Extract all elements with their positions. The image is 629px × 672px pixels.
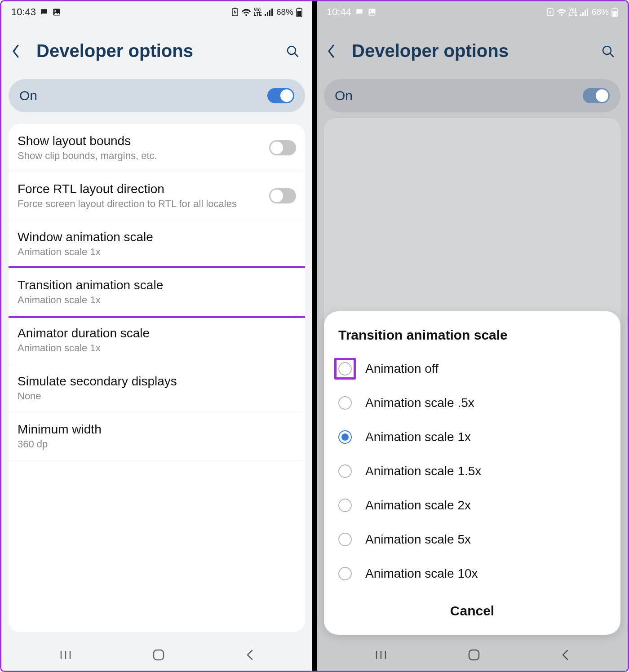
master-toggle-row[interactable]: On bbox=[9, 79, 305, 112]
radio-option-animation-1x[interactable]: Animation scale 1x bbox=[332, 420, 612, 454]
setting-sub: 360 dp bbox=[18, 438, 296, 450]
nav-recents[interactable] bbox=[375, 650, 387, 660]
image-icon bbox=[368, 8, 377, 17]
svg-rect-8 bbox=[271, 9, 273, 16]
dialog-cancel-button[interactable]: Cancel bbox=[332, 591, 612, 628]
setting-force-rtl[interactable]: Force RTL layout direction Force screen … bbox=[9, 172, 305, 220]
setting-title: Force RTL layout direction bbox=[18, 182, 262, 196]
radio-icon-selected bbox=[338, 430, 352, 444]
search-button[interactable] bbox=[283, 44, 302, 58]
settings-card: Show layout bounds Show clip bounds, mar… bbox=[9, 124, 305, 632]
setting-window-animation-scale[interactable]: Window animation scale Animation scale 1… bbox=[9, 220, 305, 268]
setting-sub: Animation scale 1x bbox=[18, 246, 296, 258]
back-button[interactable] bbox=[327, 44, 342, 59]
status-battery: 68% bbox=[276, 7, 293, 17]
master-toggle-switch[interactable] bbox=[583, 88, 610, 103]
svg-rect-21 bbox=[549, 8, 551, 9]
setting-minimum-width[interactable]: Minimum width 360 dp bbox=[9, 412, 305, 460]
search-button[interactable] bbox=[598, 44, 618, 58]
page-header: Developer options bbox=[1, 23, 312, 75]
status-time: 10:43 bbox=[11, 6, 36, 18]
status-battery: 68% bbox=[592, 7, 609, 17]
svg-line-30 bbox=[610, 53, 613, 57]
svg-rect-24 bbox=[585, 10, 586, 16]
setting-sub: Animation scale 1x bbox=[18, 294, 296, 306]
navigation-bar bbox=[317, 639, 628, 671]
highlight-annotation: Transition animation scale Animation sca… bbox=[9, 266, 305, 318]
master-toggle-switch[interactable] bbox=[267, 88, 294, 103]
radio-icon bbox=[338, 567, 352, 580]
svg-text:+: + bbox=[248, 9, 250, 12]
setting-title: Minimum width bbox=[18, 422, 296, 437]
radio-icon bbox=[338, 362, 352, 376]
svg-rect-22 bbox=[580, 14, 581, 16]
radio-label: Animation off bbox=[365, 362, 439, 376]
setting-animator-duration-scale[interactable]: Animator duration scale Animation scale … bbox=[9, 316, 305, 364]
setting-title: Window animation scale bbox=[18, 230, 296, 244]
master-toggle-row[interactable]: On bbox=[324, 79, 620, 112]
svg-line-13 bbox=[295, 53, 298, 57]
nav-home[interactable] bbox=[467, 648, 481, 662]
radio-option-animation-off[interactable]: Animation off bbox=[332, 352, 612, 386]
dialog-transition-animation-scale: Transition animation scale Animation off… bbox=[324, 311, 620, 635]
battery-saver-icon bbox=[547, 8, 554, 17]
radio-icon bbox=[338, 464, 352, 478]
chat-icon bbox=[40, 8, 49, 17]
nav-back[interactable] bbox=[245, 649, 254, 661]
setting-title: Transition animation scale bbox=[18, 278, 296, 292]
svg-rect-11 bbox=[297, 11, 301, 16]
radio-label: Animation scale 10x bbox=[365, 566, 478, 581]
phone-screen-left: 10:43 + Vo)LTE 68% Developer options bbox=[1, 1, 312, 671]
page-header: Developer options bbox=[317, 23, 628, 75]
radio-option-animation-05x[interactable]: Animation scale .5x bbox=[332, 386, 612, 420]
dialog-title: Transition animation scale bbox=[332, 327, 612, 352]
radio-label: Animation scale 5x bbox=[365, 532, 471, 547]
chat-icon bbox=[355, 8, 364, 17]
setting-cutoff bbox=[9, 460, 305, 469]
setting-sub: None bbox=[18, 390, 296, 402]
page-title: Developer options bbox=[352, 41, 588, 61]
radio-icon bbox=[338, 533, 352, 546]
svg-rect-27 bbox=[614, 8, 616, 9]
wifi-icon bbox=[557, 8, 567, 16]
radio-label: Animation scale 1.5x bbox=[365, 464, 481, 478]
battery-icon bbox=[611, 7, 618, 17]
radio-option-animation-5x[interactable]: Animation scale 5x bbox=[332, 522, 612, 557]
nav-recents[interactable] bbox=[59, 650, 72, 660]
highlight-annotation bbox=[334, 358, 356, 380]
volte-icon: Vo)LTE bbox=[569, 8, 577, 17]
radio-option-animation-15x[interactable]: Animation scale 1.5x bbox=[332, 454, 612, 488]
radio-icon bbox=[338, 499, 352, 512]
radio-icon bbox=[338, 396, 352, 410]
svg-rect-25 bbox=[587, 9, 588, 16]
battery-icon bbox=[296, 7, 302, 17]
phone-screen-right: 10:44 Vo)LTE 68% Developer options bbox=[317, 1, 628, 671]
setting-sub: Force screen layout direction to RTL for… bbox=[18, 198, 262, 210]
setting-show-layout-bounds[interactable]: Show layout bounds Show clip bounds, mar… bbox=[9, 124, 305, 172]
svg-rect-3 bbox=[234, 8, 236, 9]
radio-option-animation-2x[interactable]: Animation scale 2x bbox=[332, 488, 612, 522]
setting-sub: Animation scale 1x bbox=[18, 342, 296, 354]
volte-icon: Vo)LTE bbox=[254, 8, 262, 17]
image-icon bbox=[52, 8, 61, 17]
nav-back[interactable] bbox=[561, 649, 570, 661]
setting-title: Simulate secondary displays bbox=[18, 374, 296, 389]
radio-label: Animation scale .5x bbox=[365, 396, 474, 410]
radio-option-animation-10x[interactable]: Animation scale 10x bbox=[332, 557, 612, 591]
signal-icon bbox=[265, 8, 274, 16]
toggle-switch[interactable] bbox=[269, 140, 296, 155]
image-divider bbox=[312, 1, 317, 671]
svg-rect-34 bbox=[469, 650, 479, 660]
svg-rect-5 bbox=[265, 14, 266, 16]
setting-simulate-secondary-displays[interactable]: Simulate secondary displays None bbox=[9, 364, 305, 412]
setting-title: Show layout bounds bbox=[18, 134, 262, 148]
nav-home[interactable] bbox=[152, 648, 165, 662]
setting-transition-animation-scale[interactable]: Transition animation scale Animation sca… bbox=[9, 268, 305, 316]
svg-rect-28 bbox=[613, 11, 617, 16]
back-button[interactable] bbox=[11, 44, 27, 59]
toggle-switch[interactable] bbox=[269, 188, 296, 203]
status-time: 10:44 bbox=[327, 6, 351, 18]
wifi-icon: + bbox=[241, 8, 251, 16]
svg-rect-6 bbox=[267, 12, 268, 16]
master-toggle-label: On bbox=[19, 88, 37, 103]
